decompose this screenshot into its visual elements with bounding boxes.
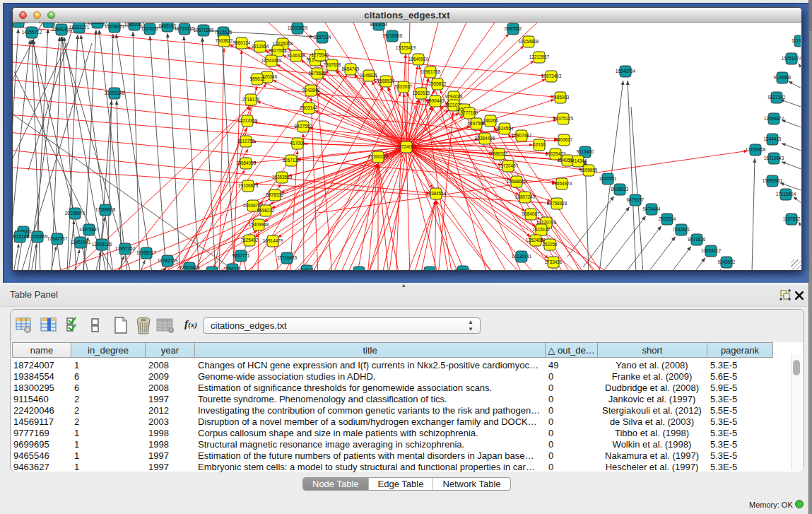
svg-text:8471626: 8471626: [688, 237, 706, 242]
svg-text:21300215: 21300215: [368, 154, 389, 159]
svg-text:8357224: 8357224: [314, 35, 331, 40]
svg-text:3915121: 3915121: [13, 234, 29, 239]
svg-text:9084067: 9084067: [522, 211, 540, 216]
svg-text:746266: 746266: [483, 118, 498, 123]
svg-text:3267130: 3267130: [283, 158, 300, 163]
svg-text:10782759: 10782759: [158, 258, 178, 263]
svg-text:15353593: 15353593: [272, 175, 293, 180]
svg-text:10154808: 10154808: [519, 39, 539, 44]
svg-text:2933114: 2933114: [659, 216, 676, 221]
svg-text:12213369: 12213369: [237, 118, 258, 123]
svg-text:9414344: 9414344: [570, 158, 587, 163]
svg-text:9146821: 9146821: [360, 73, 378, 78]
svg-text:12213957: 12213957: [529, 54, 550, 59]
svg-text:8813054: 8813054: [370, 23, 388, 27]
svg-text:6479197: 6479197: [627, 197, 645, 202]
svg-text:19384554: 19384554: [426, 191, 447, 196]
svg-text:1244415: 1244415: [764, 136, 782, 141]
svg-text:8146328: 8146328: [288, 53, 305, 58]
svg-text:15720407: 15720407: [498, 163, 519, 168]
svg-text:9474444: 9474444: [643, 206, 661, 211]
svg-text:16210643: 16210643: [764, 156, 784, 160]
svg-text:1113254: 1113254: [792, 38, 801, 43]
svg-text:14136141: 14136141: [512, 254, 532, 259]
svg-text:1588520: 1588520: [377, 78, 395, 83]
svg-text:2803144: 2803144: [300, 105, 318, 110]
svg-text:17957252: 17957252: [115, 246, 136, 251]
svg-text:16543382: 16543382: [261, 58, 282, 63]
svg-text:9498222: 9498222: [257, 208, 275, 213]
svg-text:18724007: 18724007: [396, 144, 417, 149]
svg-text:20533141: 20533141: [39, 23, 59, 24]
svg-text:1733426: 1733426: [545, 259, 563, 264]
svg-text:9245052: 9245052: [718, 259, 736, 264]
svg-text:252254: 252254: [542, 242, 558, 247]
svg-text:11451941: 11451941: [71, 240, 90, 245]
svg-text:19654955: 19654955: [236, 160, 257, 165]
svg-text:8938923: 8938923: [611, 187, 629, 192]
svg-text:1275546: 1275546: [312, 52, 329, 57]
svg-text:9227342: 9227342: [768, 95, 786, 100]
svg-text:18640910: 18640910: [408, 57, 429, 62]
svg-text:15692901: 15692901: [763, 178, 783, 183]
svg-text:9878332: 9878332: [266, 192, 284, 197]
svg-text:9794028: 9794028: [445, 94, 463, 99]
svg-text:1527602: 1527602: [141, 26, 159, 31]
svg-text:9657771: 9657771: [233, 253, 250, 258]
svg-text:10719155: 10719155: [175, 26, 195, 31]
svg-text:5322037: 5322037: [395, 84, 413, 89]
svg-text:8454749: 8454749: [342, 66, 360, 71]
svg-text:12156859: 12156859: [28, 234, 48, 239]
svg-text:15716485: 15716485: [277, 255, 298, 260]
svg-text:21032250: 21032250: [13, 23, 29, 24]
svg-text:62160: 62160: [533, 142, 546, 147]
svg-text:417006: 417006: [290, 141, 305, 146]
svg-text:8635221: 8635221: [351, 269, 368, 270]
svg-text:9129966: 9129966: [774, 75, 792, 80]
svg-text:10973493: 10973493: [541, 74, 562, 78]
svg-text:7955812: 7955812: [429, 81, 447, 86]
svg-text:7625402: 7625402: [241, 238, 259, 243]
svg-text:10688609: 10688609: [507, 179, 527, 184]
svg-text:10671355: 10671355: [194, 28, 214, 33]
svg-text:17016504: 17016504: [776, 192, 796, 197]
svg-text:12375125: 12375125: [553, 116, 574, 121]
svg-text:10654112: 10654112: [701, 248, 721, 253]
svg-text:18807249: 18807249: [515, 194, 536, 199]
svg-text:15409948: 15409948: [249, 222, 269, 227]
svg-text:1056231: 1056231: [224, 267, 242, 270]
svg-text:1610755: 1610755: [237, 139, 255, 144]
svg-text:2367608: 2367608: [324, 62, 341, 67]
svg-text:16548784: 16548784: [616, 69, 636, 74]
svg-text:18331271: 18331271: [69, 25, 90, 30]
svg-text:7632621: 7632621: [673, 227, 690, 232]
svg-text:5875685: 5875685: [309, 71, 326, 76]
svg-text:10975887: 10975887: [79, 227, 100, 232]
svg-text:9777169: 9777169: [461, 110, 478, 115]
svg-text:19218506: 19218506: [382, 33, 403, 38]
svg-text:12093872: 12093872: [764, 116, 784, 121]
svg-text:9115460: 9115460: [577, 149, 594, 154]
svg-text:12905135: 12905135: [92, 242, 112, 247]
svg-text:9827503: 9827503: [269, 48, 287, 53]
svg-text:7663822: 7663822: [216, 38, 233, 43]
svg-text:3912954: 3912954: [252, 44, 269, 49]
svg-text:19654923: 19654923: [552, 181, 572, 186]
svg-text:10958117: 10958117: [136, 250, 156, 255]
svg-text:8427552: 8427552: [295, 124, 312, 129]
svg-text:20053346: 20053346: [105, 90, 125, 95]
svg-text:9699695: 9699695: [580, 168, 598, 173]
svg-text:12923448: 12923448: [180, 265, 200, 270]
svg-text:8990443: 8990443: [427, 98, 445, 103]
svg-text:1292344: 1292344: [204, 269, 221, 270]
svg-text:7515526: 7515526: [215, 30, 233, 35]
svg-text:8123341: 8123341: [454, 269, 472, 270]
svg-text:19106825: 19106825: [238, 183, 259, 188]
svg-text:12159358: 12159358: [746, 147, 766, 152]
svg-text:1362615: 1362615: [413, 90, 430, 95]
svg-text:16961758: 16961758: [420, 69, 441, 74]
svg-text:15278221: 15278221: [105, 24, 125, 29]
svg-text:15751074: 15751074: [782, 56, 801, 61]
svg-text:2718176: 2718176: [242, 97, 260, 102]
svg-text:10756928: 10756928: [547, 201, 567, 206]
